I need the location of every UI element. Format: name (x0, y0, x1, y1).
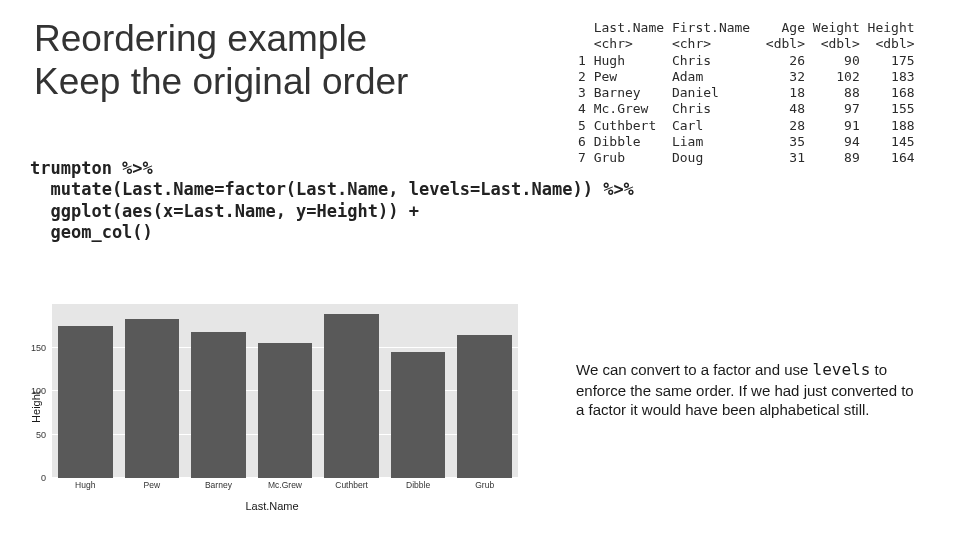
bar (191, 332, 246, 478)
bar (258, 343, 313, 478)
x-axis-ticks: HughPewBarneyMc.GrewCuthbertDibbleGrub (52, 480, 518, 494)
bar (457, 335, 512, 478)
x-tick-label: Grub (475, 480, 494, 490)
tibble-printout: Last.Name First.Name Age Weight Height <… (578, 20, 915, 166)
bar (125, 319, 180, 478)
bar (58, 326, 113, 478)
bar (324, 314, 379, 478)
x-tick-label: Pew (144, 480, 161, 490)
y-tick-label: 150 (31, 343, 46, 353)
title-line-1: Reordering example (34, 18, 367, 59)
x-tick-label: Mc.Grew (268, 480, 302, 490)
explain-part-1: We can convert to a factor and use (576, 361, 813, 378)
x-tick-label: Dibble (406, 480, 430, 490)
x-axis-label: Last.Name (22, 500, 522, 512)
title-line-2: Keep the original order (34, 61, 408, 102)
explain-keyword: levels (813, 360, 871, 379)
y-tick-label: 0 (41, 473, 46, 483)
x-tick-label: Hugh (75, 480, 95, 490)
y-tick-label: 100 (31, 386, 46, 396)
x-tick-label: Barney (205, 480, 232, 490)
plot-panel (52, 304, 518, 478)
bar (391, 352, 446, 478)
bar-chart: Height 050100150 HughPewBarneyMc.GrewCut… (22, 300, 522, 514)
x-tick-label: Cuthbert (335, 480, 368, 490)
y-tick-label: 50 (36, 430, 46, 440)
code-block: trumpton %>% mutate(Last.Name=factor(Las… (30, 158, 634, 243)
y-axis-ticks: 050100150 (22, 304, 48, 478)
explanatory-text: We can convert to a factor and use level… (576, 360, 926, 420)
page-title: Reordering example Keep the original ord… (34, 18, 408, 103)
